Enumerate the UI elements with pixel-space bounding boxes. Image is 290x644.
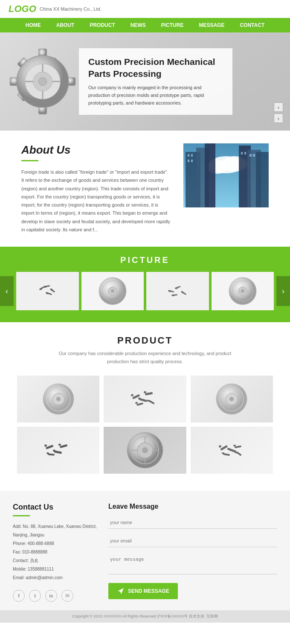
svg-rect-30: [241, 152, 243, 154]
svg-point-63: [130, 394, 134, 397]
fax-value: 010-8888888: [22, 550, 47, 554]
svg-rect-22: [205, 143, 215, 207]
picture-next-btn[interactable]: ›: [276, 276, 290, 306]
social-linkedin[interactable]: in: [45, 590, 57, 602]
hero-prev-arrow[interactable]: ‹: [274, 102, 283, 112]
mobile-label: Mobile:: [13, 567, 26, 571]
hero-next-arrow[interactable]: ›: [274, 114, 283, 123]
form-email-input[interactable]: [108, 535, 277, 547]
email-value: admin@admin.com: [26, 575, 63, 580]
contact-inner: Contact Us Add: No. 88, Xuanwu Lake, Xua…: [13, 503, 277, 602]
fax-label: Fax:: [13, 550, 21, 554]
svg-point-77: [44, 444, 47, 447]
product-item-3[interactable]: [191, 376, 273, 423]
social-icons: f t in ✉: [13, 590, 98, 602]
svg-rect-41: [50, 288, 55, 293]
svg-point-75: [229, 397, 234, 401]
svg-rect-25: [256, 152, 269, 207]
product-item-4[interactable]: [17, 427, 99, 474]
contact-person-label: Contact:: [13, 558, 29, 563]
social-mail[interactable]: ✉: [61, 590, 73, 602]
nav-picture[interactable]: PICTURE: [154, 18, 191, 32]
hero-section: Custom Precision Mechanical Parts Proces…: [0, 32, 290, 131]
svg-rect-26: [188, 154, 189, 157]
hero-content: Custom Precision Mechanical Parts Proces…: [79, 48, 232, 114]
hero-arrows: ‹ ›: [274, 102, 283, 123]
contact-info: Contact Us Add: No. 88, Xuanwu Lake, Xua…: [13, 503, 98, 602]
about-image: [183, 143, 269, 207]
logo: LOGO: [9, 3, 36, 15]
svg-rect-92: [220, 445, 228, 451]
product-item-1[interactable]: [17, 376, 99, 423]
hero-gear-image: [6, 39, 79, 124]
social-twitter[interactable]: t: [29, 590, 41, 602]
product-section: PRODUCT Our company has considerable pro…: [0, 322, 290, 482]
svg-point-67: [144, 391, 147, 393]
svg-rect-29: [191, 160, 193, 162]
form-heading: Leave Message: [108, 503, 277, 510]
svg-point-97: [233, 445, 236, 447]
phone-value: 400-888-6888: [27, 541, 54, 546]
product-item-5-featured[interactable]: [104, 427, 186, 474]
product-item-6[interactable]: [191, 427, 273, 474]
buildings-svg: [183, 143, 269, 207]
phone-label: Phone:: [13, 541, 26, 546]
svg-rect-53: [172, 294, 177, 296]
send-message-button[interactable]: SEND MESSAGE: [108, 583, 178, 599]
svg-point-87: [142, 447, 148, 453]
nav-message[interactable]: MESSAGE: [191, 18, 232, 32]
svg-point-81: [58, 443, 61, 446]
about-text-block: About Us Foreign trade is also called "f…: [21, 143, 171, 234]
navigation: HOME ABOUT PRODUCT NEWS PICTURE MESSAGE …: [0, 18, 290, 32]
svg-rect-39: [44, 285, 50, 287]
svg-point-71: [135, 402, 138, 404]
svg-rect-28: [188, 160, 189, 162]
nav-product[interactable]: PRODUCT: [82, 18, 122, 32]
product-item-2[interactable]: [104, 376, 186, 423]
svg-point-93: [218, 445, 222, 448]
nav-home[interactable]: HOME: [18, 18, 49, 32]
svg-rect-31: [244, 152, 246, 154]
picture-item-2[interactable]: [81, 272, 144, 310]
svg-rect-32: [249, 154, 252, 157]
header: LOGO China XX Machinery Co., Ltd.: [0, 0, 290, 18]
about-title: About Us: [21, 143, 171, 157]
svg-rect-33: [253, 154, 255, 157]
hero-description: Our company is mainly engaged in the pro…: [88, 84, 223, 107]
picture-carousel: ‹: [0, 272, 290, 310]
picture-items: [14, 272, 276, 310]
svg-rect-47: [168, 290, 174, 292]
picture-prev-btn[interactable]: ‹: [0, 276, 14, 306]
company-name: China XX Machinery Co., Ltd.: [40, 6, 102, 12]
address-label: Add:: [13, 524, 22, 529]
send-icon: [117, 587, 125, 595]
nav-news[interactable]: NEWS: [123, 18, 154, 32]
mobile-value: 13588881111: [28, 567, 54, 571]
product-heading: PRODUCT: [17, 335, 273, 346]
email-label: Email:: [13, 575, 25, 580]
address-value: No. 88, Xuanwu Lake, Xuanwu District, Na…: [13, 524, 97, 537]
send-button-label: SEND MESSAGE: [128, 588, 169, 594]
social-facebook[interactable]: f: [13, 590, 25, 602]
hero-title: Custom Precision Mechanical Parts Proces…: [88, 56, 223, 79]
svg-point-69: [146, 399, 149, 402]
nav-about[interactable]: ABOUT: [49, 18, 82, 32]
footer: Copyright © 2015 XXXX©XX All Rights Rese…: [0, 610, 290, 623]
svg-rect-100: [236, 452, 242, 456]
picture-item-4[interactable]: [212, 272, 274, 310]
svg-point-61: [56, 397, 61, 401]
nav-contact[interactable]: CONTACT: [232, 18, 272, 32]
product-grid-row1: [17, 376, 273, 423]
product-subtitle: Our company has considerable production …: [17, 350, 273, 365]
svg-rect-68: [148, 400, 155, 405]
form-name-input[interactable]: [108, 516, 277, 529]
contact-details: Add: No. 88, Xuanwu Lake, Xuanwu Distric…: [13, 522, 98, 582]
form-message-input[interactable]: [108, 553, 277, 574]
product-grid-row2: [17, 427, 273, 474]
svg-point-45: [111, 289, 114, 293]
contact-form: Leave Message SEND MESSAGE: [108, 503, 277, 602]
picture-item-3[interactable]: [146, 272, 209, 310]
picture-item-1[interactable]: [16, 272, 79, 310]
contact-divider: [13, 515, 30, 516]
picture-heading: PICTURE: [0, 255, 290, 265]
